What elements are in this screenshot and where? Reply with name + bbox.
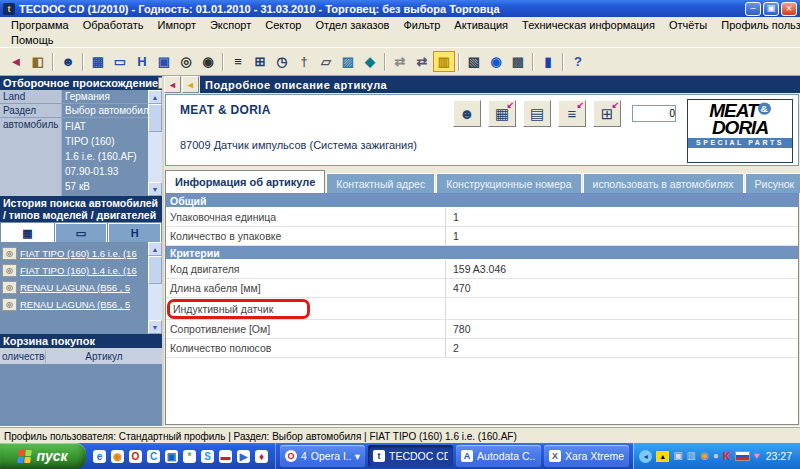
quicklaunch-car-icon[interactable]: ♦ bbox=[255, 450, 268, 463]
quicklaunch-player-icon[interactable]: ▶ bbox=[237, 450, 250, 463]
menu-otdel-zakazov[interactable]: Отдел заказов bbox=[308, 19, 396, 31]
history-item-link[interactable]: FIAT TIPO (160) 1.4 i.e. (16 bbox=[20, 265, 137, 276]
tray-icon[interactable]: ● bbox=[713, 451, 719, 461]
restore-button[interactable]: ▣ bbox=[763, 2, 779, 16]
advanced-search-icon[interactable]: ◉ bbox=[197, 51, 219, 72]
tab-construction-numbers[interactable]: Конструкционные номера bbox=[436, 173, 581, 193]
quicklaunch-skype-icon[interactable]: S bbox=[201, 450, 214, 463]
start-button[interactable]: пуск bbox=[0, 443, 86, 469]
menu-otchety[interactable]: Отчёты bbox=[662, 19, 714, 31]
russian-flag-icon[interactable] bbox=[735, 451, 750, 461]
menu-sektor[interactable]: Сектор bbox=[258, 19, 308, 31]
menu-programma[interactable]: Программа bbox=[4, 19, 76, 31]
exit-icon[interactable]: ◧ bbox=[27, 51, 49, 72]
quicklaunch-icon[interactable]: ◉ bbox=[111, 450, 124, 463]
scroll-up-icon[interactable]: ▲ bbox=[148, 242, 162, 256]
tray-chevron-icon[interactable]: ◄ bbox=[639, 450, 652, 463]
history-item-link[interactable]: RENAU LAGUNA (B56 , 5 bbox=[20, 282, 130, 293]
menu-obrabotat[interactable]: Обработать bbox=[76, 19, 151, 31]
clock-icon[interactable]: ◷ bbox=[271, 51, 293, 72]
history-tabs: ▦ ▭ H bbox=[0, 222, 162, 242]
menu-profil[interactable]: Профиль пользователя bbox=[714, 19, 800, 31]
catalog-book-icon[interactable]: ◆ bbox=[359, 51, 381, 72]
task-button-autodata[interactable]: A Autodata C... bbox=[456, 445, 541, 467]
quicklaunch-browser-icon[interactable]: e bbox=[93, 450, 106, 463]
origin-scrollbar[interactable]: ▲ ▼ bbox=[148, 90, 162, 196]
task-button-opera[interactable]: O 4 Opera I... ▾ bbox=[280, 445, 365, 467]
tray-icon[interactable]: ◉ bbox=[700, 451, 709, 461]
tab-article-info[interactable]: Информация об артикуле bbox=[165, 170, 325, 193]
history-tab-vehicles[interactable]: ▦ bbox=[1, 223, 54, 242]
folder-icon[interactable]: ▥ bbox=[433, 51, 455, 72]
history-item-link[interactable]: FIAT TIPO (160) 1.6 i.e. (16 bbox=[20, 248, 137, 259]
close-button[interactable]: × bbox=[781, 2, 797, 16]
magnifier-icon[interactable]: ◎ bbox=[2, 247, 17, 260]
scroll-down-icon[interactable]: ▼ bbox=[148, 182, 162, 196]
menu-pomosch[interactable]: Помощь bbox=[4, 34, 61, 46]
vehicle-search-icon[interactable]: ▦ bbox=[87, 51, 109, 72]
nav-back-icon[interactable]: ◄ bbox=[164, 76, 181, 93]
quicklaunch-icon[interactable]: C bbox=[147, 450, 160, 463]
dropdown-icon[interactable]: ▾ bbox=[355, 450, 360, 462]
quantity-input[interactable] bbox=[632, 105, 676, 122]
tray-icon[interactable]: ▲ bbox=[656, 451, 669, 462]
add-to-cart-button[interactable]: ⊞ ↙ bbox=[593, 100, 621, 127]
menu-import[interactable]: Импорт bbox=[150, 19, 202, 31]
nav-previous-icon[interactable]: ◄ bbox=[182, 76, 199, 93]
quicklaunch-icon[interactable]: * bbox=[183, 450, 196, 463]
back-icon[interactable]: ◄ bbox=[5, 51, 27, 72]
collapse-panel-icon[interactable]: ◄ bbox=[158, 77, 162, 89]
jug-icon[interactable]: ▱ bbox=[315, 51, 337, 72]
tray-kaspersky-icon[interactable]: K bbox=[723, 451, 731, 462]
task-button-xara[interactable]: X Xara Xtreme... bbox=[544, 445, 629, 467]
user-profile-icon[interactable]: ☻ bbox=[57, 51, 79, 72]
meatdoria-logo: MEAT& DORIA SPECIAL PARTS bbox=[687, 99, 793, 163]
print-button[interactable]: ▤ bbox=[523, 100, 551, 127]
edit-icon[interactable]: ▧ bbox=[463, 51, 485, 72]
brand-icon[interactable]: ▮ bbox=[537, 51, 559, 72]
scroll-thumb[interactable] bbox=[148, 256, 162, 284]
history-tab-axles[interactable]: H bbox=[108, 223, 161, 242]
link-alt-icon[interactable]: ⇄ bbox=[411, 51, 433, 72]
task-button-tecdoc[interactable]: t TECDOC CD... bbox=[368, 445, 453, 467]
magnifier-icon[interactable]: ◎ bbox=[2, 298, 17, 311]
tray-icon[interactable]: ▣ bbox=[673, 451, 682, 461]
quicklaunch-opera-icon[interactable]: O bbox=[129, 450, 142, 463]
link-icon[interactable]: ⇄ bbox=[389, 51, 411, 72]
globe-icon[interactable]: ◉ bbox=[485, 51, 507, 72]
tray-icon[interactable]: ▥ bbox=[687, 451, 696, 461]
scroll-down-icon[interactable]: ▼ bbox=[148, 320, 162, 334]
menu-tech-info[interactable]: Техническая информация bbox=[515, 19, 662, 31]
list-export-button[interactable]: ≡ ↙ bbox=[558, 100, 586, 127]
scroll-thumb[interactable] bbox=[148, 104, 162, 132]
menu-aktivatsiya[interactable]: Активация bbox=[447, 19, 515, 31]
tab-picture[interactable]: Рисунок bbox=[745, 173, 800, 193]
help-icon[interactable]: ? bbox=[567, 51, 589, 72]
engine-search-icon[interactable]: ▭ bbox=[109, 51, 131, 72]
supplier-info-button[interactable]: ☻ bbox=[453, 100, 481, 127]
scroll-up-icon[interactable]: ▲ bbox=[148, 90, 162, 104]
list-icon[interactable]: ≡ bbox=[227, 51, 249, 72]
tab-contact-address[interactable]: Контактный адрес bbox=[326, 173, 435, 193]
menu-export[interactable]: Экспорт bbox=[203, 19, 258, 31]
magnifier-icon[interactable]: ◎ bbox=[2, 264, 17, 277]
tab-vehicle-usage[interactable]: использовать в автомобилях bbox=[583, 173, 744, 193]
network-icon[interactable]: ▩ bbox=[507, 51, 529, 72]
menu-filtr[interactable]: Фильтр bbox=[396, 19, 447, 31]
search-icon[interactable]: ◎ bbox=[175, 51, 197, 72]
history-item-link[interactable]: RENAU LAGUNA (B56 , 5 bbox=[20, 299, 130, 310]
vehicle-lookup-icon[interactable]: ▣ bbox=[153, 51, 175, 72]
spark-plug-icon[interactable]: † bbox=[293, 51, 315, 72]
spec-value: 2 bbox=[446, 339, 798, 357]
magnifier-icon[interactable]: ◎ bbox=[2, 281, 17, 294]
article-table-button[interactable]: ▦ ↙ bbox=[488, 100, 516, 127]
quicklaunch-icon[interactable]: ▬ bbox=[219, 450, 232, 463]
quicklaunch-icon[interactable]: ▣ bbox=[165, 450, 178, 463]
tray-heart-icon[interactable]: ♥ bbox=[754, 451, 760, 461]
cart-icon[interactable]: ⊞ bbox=[249, 51, 271, 72]
axle-search-icon[interactable]: H bbox=[131, 51, 153, 72]
image-icon[interactable]: ▨ bbox=[337, 51, 359, 72]
history-tab-engines[interactable]: ▭ bbox=[55, 223, 108, 242]
history-scrollbar[interactable]: ▲ ▼ bbox=[148, 242, 162, 334]
minimize-button[interactable]: – bbox=[745, 2, 761, 16]
